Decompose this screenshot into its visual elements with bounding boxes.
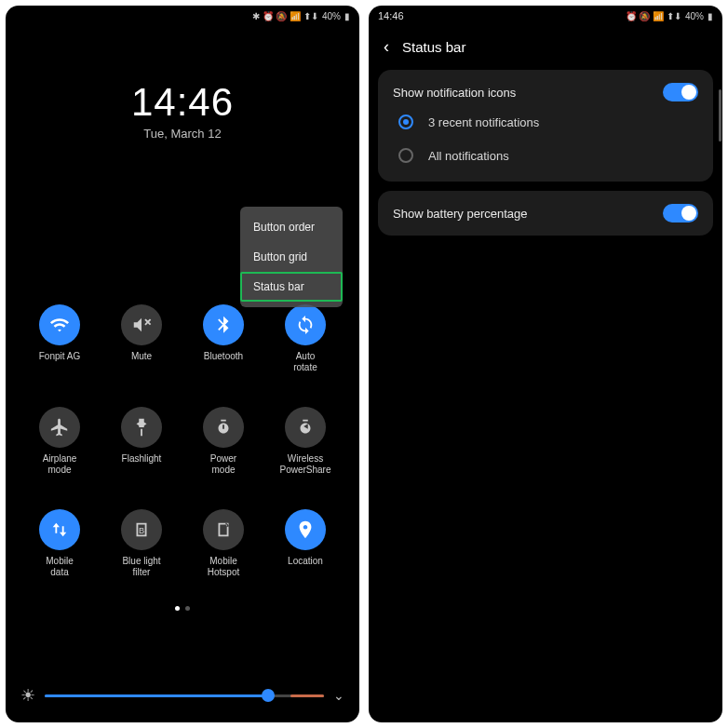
qs-tile-power[interactable]: Power mode: [182, 407, 264, 476]
qs-tile-blue[interactable]: BBlue light filter: [101, 509, 182, 578]
qs-tile-label: Bluetooth: [204, 351, 243, 371]
page-title: Status bar: [402, 39, 465, 55]
brightness-thumb[interactable]: [262, 689, 275, 702]
blue-icon[interactable]: B: [121, 509, 162, 550]
menu-button-grid[interactable]: Button grid: [240, 242, 343, 272]
hotspot-icon[interactable]: [203, 509, 244, 550]
phone-left-quick-settings: ✱ ⏰ 🔕 📶 ⬆⬇ 40% ▮ 14:46 Tue, March 12 But…: [6, 6, 359, 722]
flash-icon[interactable]: [121, 407, 162, 448]
status-bar: ✱ ⏰ 🔕 📶 ⬆⬇ 40% ▮: [6, 6, 359, 26]
show-battery-percentage-label: Show battery percentage: [393, 207, 528, 221]
plane-icon[interactable]: [39, 407, 80, 448]
brightness-overdrive: [290, 694, 324, 697]
qs-tile-label: Flashlight: [122, 453, 162, 474]
share-icon[interactable]: [285, 407, 326, 448]
scrollbar[interactable]: [719, 89, 721, 142]
status-indicator-icons: ✱ ⏰ 🔕 📶 ⬆⬇: [252, 11, 318, 21]
qs-tile-label: Location: [288, 556, 323, 576]
qs-tile-data[interactable]: Mobile data: [19, 509, 101, 578]
brightness-slider[interactable]: [45, 694, 324, 697]
mute-icon[interactable]: [121, 304, 162, 345]
overflow-menu: Button order Button grid Status bar: [240, 207, 343, 307]
rotate-icon[interactable]: [285, 304, 326, 345]
show-notification-icons-row[interactable]: Show notification icons: [393, 83, 698, 101]
brightness-slider-row: ☀ ⌄: [6, 685, 359, 706]
data-icon[interactable]: [39, 509, 80, 550]
quick-settings-grid: Fonpit AGMuteBluetoothAuto rotateAirplan…: [6, 304, 359, 578]
qs-tile-label: Wireless PowerShare: [279, 453, 330, 476]
radio-3-recent-label: 3 recent notifications: [428, 115, 539, 129]
menu-button-order[interactable]: Button order: [240, 212, 343, 242]
phone-right-status-bar-settings: 14:46 ⏰ 🔕 📶 ⬆⬇ 40% ▮ ‹ Status bar Show n…: [369, 6, 722, 722]
qs-tile-label: Mobile Hotspot: [208, 556, 239, 578]
svg-text:B: B: [139, 526, 144, 535]
radio-3-recent-input[interactable]: [398, 115, 413, 129]
bt-icon[interactable]: [203, 304, 244, 345]
qs-tile-label: Mobile data: [46, 556, 73, 578]
notification-icons-card: Show notification icons 3 recent notific…: [378, 70, 713, 182]
wifi-icon[interactable]: [39, 304, 80, 345]
status-bar: 14:46 ⏰ 🔕 📶 ⬆⬇ 40% ▮: [369, 6, 722, 26]
back-button[interactable]: ‹: [384, 37, 389, 57]
show-battery-percentage-row[interactable]: Show battery percentage: [378, 191, 713, 236]
clock-time: 14:46: [6, 80, 359, 125]
status-icons: ⏰ 🔕 📶 ⬆⬇ 40% ▮: [626, 11, 713, 21]
qs-tile-share[interactable]: Wireless PowerShare: [264, 407, 346, 476]
qs-tile-flash[interactable]: Flashlight: [101, 407, 182, 476]
qs-tile-label: Airplane mode: [43, 453, 77, 476]
brightness-fill: [45, 694, 268, 697]
menu-status-bar[interactable]: Status bar: [240, 272, 343, 302]
qs-tile-rotate[interactable]: Auto rotate: [264, 304, 346, 373]
qs-tile-loc[interactable]: Location: [264, 509, 346, 578]
brightness-expand-icon[interactable]: ⌄: [333, 688, 344, 703]
show-notification-icons-toggle[interactable]: [663, 83, 698, 101]
show-notification-icons-label: Show notification icons: [393, 86, 516, 100]
page-dot-1[interactable]: [175, 606, 180, 611]
radio-all-input[interactable]: [398, 148, 413, 163]
loc-icon[interactable]: [285, 509, 326, 550]
status-icons: ✱ ⏰ 🔕 📶 ⬆⬇ 40% ▮: [252, 11, 350, 21]
page-indicator: [6, 606, 359, 611]
qs-tile-hotspot[interactable]: Mobile Hotspot: [182, 509, 264, 578]
qs-tile-plane[interactable]: Airplane mode: [19, 407, 101, 476]
status-time: 14:46: [378, 10, 404, 21]
brightness-icon: ☀: [20, 685, 35, 706]
battery-icon: ▮: [344, 11, 350, 21]
qs-tile-label: Mute: [131, 351, 152, 371]
clock-date: Tue, March 12: [6, 127, 359, 141]
qs-tile-label: Blue light filter: [122, 556, 160, 578]
qs-tile-wifi[interactable]: Fonpit AG: [19, 304, 101, 373]
show-battery-percentage-toggle[interactable]: [663, 204, 698, 222]
battery-percentage: 40%: [685, 11, 704, 21]
radio-3-recent[interactable]: 3 recent notifications: [393, 101, 698, 135]
page-dot-2[interactable]: [185, 606, 190, 611]
radio-all-notifications[interactable]: All notifications: [393, 135, 698, 169]
qs-tile-label: Auto rotate: [293, 351, 317, 373]
qs-tile-mute[interactable]: Mute: [101, 304, 182, 373]
lockscreen-clock: 14:46 Tue, March 12: [6, 80, 359, 141]
status-indicator-icons: ⏰ 🔕 📶 ⬆⬇: [626, 11, 681, 21]
battery-percentage: 40%: [322, 11, 341, 21]
qs-tile-bt[interactable]: Bluetooth: [182, 304, 264, 373]
radio-all-label: All notifications: [428, 149, 509, 163]
qs-tile-label: Fonpit AG: [39, 351, 80, 371]
battery-icon: ▮: [708, 11, 713, 21]
settings-header: ‹ Status bar: [369, 26, 722, 64]
qs-tile-label: Power mode: [210, 453, 236, 476]
power-icon[interactable]: [203, 407, 244, 448]
